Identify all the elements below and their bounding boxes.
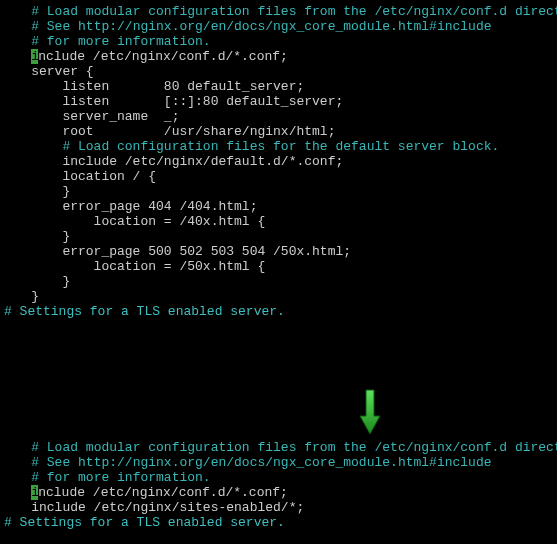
include-sites-line: include /etc/nginx/sites-enabled/*; [0,500,557,515]
listen-line: listen [::]:80 default_server; [0,94,557,109]
down-arrow-icon [358,388,382,436]
listen-line: listen 80 default_server; [0,79,557,94]
close-brace: } [0,229,557,244]
servername-line: server_name _; [0,109,557,124]
comment-line: # Load configuration files for the defau… [0,139,557,154]
location-line: location = /40x.html { [0,214,557,229]
location-line: location / { [0,169,557,184]
comment-line: # Load modular configuration files from … [0,440,557,455]
errorpage-line: error_page 500 502 503 504 /50x.html; [0,244,557,259]
tls-section-comment: # Settings for a TLS enabled server. [0,304,557,319]
include-line: include /etc/nginx/conf.d/*.conf; [0,485,557,500]
close-brace: } [0,289,557,304]
config-before: # Load modular configuration files from … [0,0,557,420]
config-after: # Load modular configuration files from … [0,436,557,534]
close-brace: } [0,184,557,199]
comment-line: # for more information. [0,470,557,485]
comment-line: # See http://nginx.org/en/docs/ngx_core_… [0,19,557,34]
include-line: include /etc/nginx/conf.d/*.conf; [0,49,557,64]
errorpage-line: error_page 404 /404.html; [0,199,557,214]
comment-line: # See http://nginx.org/en/docs/ngx_core_… [0,455,557,470]
tls-section-comment: # Settings for a TLS enabled server. [0,515,557,530]
root-line: root /usr/share/nginx/html; [0,124,557,139]
close-brace: } [0,274,557,289]
comment-line: # Load modular configuration files from … [0,4,557,19]
comment-line: # for more information. [0,34,557,49]
location-line: location = /50x.html { [0,259,557,274]
include-line: include /etc/nginx/default.d/*.conf; [0,154,557,169]
server-open: server { [0,64,557,79]
